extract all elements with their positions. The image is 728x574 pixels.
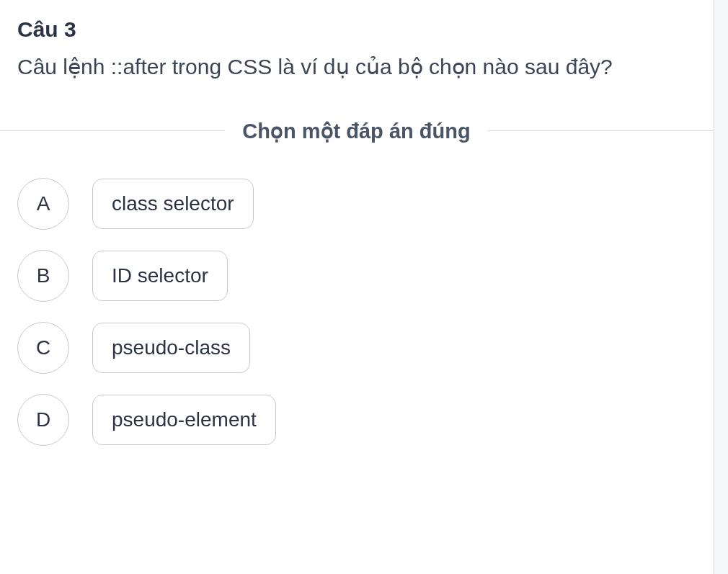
- option-letter-a[interactable]: A: [17, 178, 69, 230]
- option-b[interactable]: B ID selector: [17, 250, 696, 302]
- options-list: A class selector B ID selector C pseudo-…: [17, 178, 696, 446]
- option-a[interactable]: A class selector: [17, 178, 696, 230]
- divider-line-right: [488, 130, 713, 131]
- option-text-c[interactable]: pseudo-class: [92, 323, 250, 373]
- option-text-b[interactable]: ID selector: [92, 251, 228, 301]
- option-text-a[interactable]: class selector: [92, 179, 254, 229]
- option-letter-c[interactable]: C: [17, 322, 69, 374]
- question-text: Câu lệnh ::after trong CSS là ví dụ của …: [17, 50, 696, 84]
- option-d[interactable]: D pseudo-element: [17, 394, 696, 446]
- option-letter-d[interactable]: D: [17, 394, 69, 446]
- option-c[interactable]: C pseudo-class: [17, 322, 696, 374]
- instruction-divider: Chọn một đáp án đúng: [0, 119, 713, 143]
- instruction-label: Chọn một đáp án đúng: [242, 119, 470, 143]
- option-letter-b[interactable]: B: [17, 250, 69, 302]
- question-card: Câu 3 Câu lệnh ::after trong CSS là ví d…: [0, 0, 714, 574]
- option-text-d[interactable]: pseudo-element: [92, 395, 276, 445]
- divider-line-left: [0, 130, 225, 131]
- question-number: Câu 3: [17, 17, 696, 42]
